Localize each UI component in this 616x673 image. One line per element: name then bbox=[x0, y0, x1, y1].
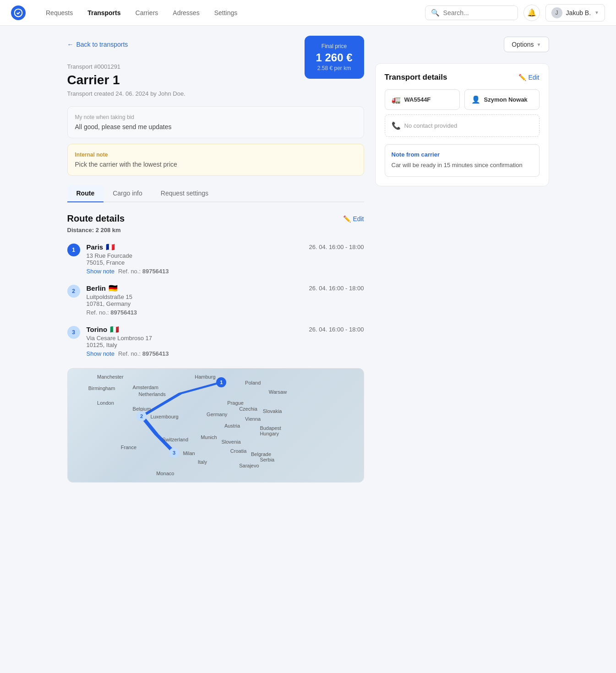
map-label: Milan bbox=[183, 450, 195, 456]
map-label: Prague bbox=[227, 400, 243, 406]
avatar: J bbox=[551, 7, 562, 18]
driver-card: 👤 Szymon Nowak bbox=[464, 89, 540, 110]
detail-cards: 🚛 WA5544F 👤 Szymon Nowak bbox=[385, 89, 540, 110]
stop-info-1: Paris 🇫🇷13 Rue Fourcade75015, FranceShow… bbox=[87, 243, 303, 275]
stop-time-3: 26. 04. 16:00 - 18:00 bbox=[309, 326, 364, 333]
tabs: RouteCargo infoRequest settings bbox=[67, 185, 364, 202]
stop-time-1: 26. 04. 16:00 - 18:00 bbox=[309, 244, 364, 250]
stop-city-3: Torino 🇮🇹 bbox=[87, 325, 303, 334]
left-panel: Final price 1 260 € 2.58 € per km Transp… bbox=[67, 63, 364, 483]
final-price-value: 1 260 € bbox=[314, 51, 355, 64]
options-label: Options bbox=[512, 41, 534, 48]
my-note-box: My note when taking bid All good, please… bbox=[67, 106, 364, 138]
map-label: Slovakia bbox=[263, 408, 282, 414]
stop-ref-2: Ref. no.: 89756413 bbox=[87, 309, 303, 316]
navbar-right: 🔍 🔔 J Jakub B. ▼ bbox=[425, 4, 605, 22]
route-details-title: Route details bbox=[67, 213, 125, 224]
carrier-note-text: Car will be ready in 15 minutes since co… bbox=[392, 161, 533, 170]
route-edit-link[interactable]: ✏️ Edit bbox=[343, 215, 364, 223]
user-menu[interactable]: J Jakub B. ▼ bbox=[545, 4, 605, 22]
city-name: Berlin bbox=[87, 284, 106, 292]
map-label: Switzerland bbox=[162, 437, 188, 442]
no-contact-text: No contact provided bbox=[404, 122, 458, 129]
stop-number-2: 2 bbox=[67, 285, 80, 298]
map-label: Hamburg bbox=[195, 374, 215, 380]
final-price-box: Final price 1 260 € 2.58 € per km bbox=[305, 36, 364, 79]
nav-link-settings[interactable]: Settings bbox=[209, 5, 243, 20]
stop-country-2: 10781, Germany bbox=[87, 300, 303, 307]
show-note-link-1[interactable]: Show note bbox=[87, 268, 114, 275]
map-label: Luxembourg bbox=[150, 414, 178, 419]
transport-details-header: Transport details ✏️ Edit bbox=[385, 73, 540, 82]
city-flag: 🇩🇪 bbox=[109, 284, 118, 293]
app-logo bbox=[11, 5, 26, 20]
bell-icon: 🔔 bbox=[527, 8, 536, 17]
nav-link-carriers[interactable]: Carriers bbox=[130, 5, 164, 20]
stops-list: 1Paris 🇫🇷13 Rue Fourcade75015, FranceSho… bbox=[67, 243, 364, 357]
stop-item-1: 1Paris 🇫🇷13 Rue Fourcade75015, FranceSho… bbox=[67, 243, 364, 275]
map-label: Austria bbox=[224, 423, 240, 429]
tab-request-settings[interactable]: Request settings bbox=[152, 185, 218, 202]
carrier-note-box: Note from carrier Car will be ready in 1… bbox=[385, 144, 540, 177]
tab-cargo-info[interactable]: Cargo info bbox=[104, 185, 152, 202]
tab-route[interactable]: Route bbox=[67, 185, 104, 202]
map-label: Monaco bbox=[156, 471, 174, 476]
nav-link-requests[interactable]: Requests bbox=[40, 5, 78, 20]
stop-info-3: Torino 🇮🇹Via Cesare Lombroso 1710125, It… bbox=[87, 325, 303, 357]
stop-ref-3: Show noteRef. no.: 89756413 bbox=[87, 350, 303, 357]
nav-link-adresses[interactable]: Adresses bbox=[167, 5, 205, 20]
stop-city-2: Berlin 🇩🇪 bbox=[87, 284, 303, 293]
city-name: Torino bbox=[87, 326, 108, 333]
plate-card: 🚛 WA5544F bbox=[385, 89, 460, 110]
internal-note-box: Internal note Pick the carrier with the … bbox=[67, 144, 364, 176]
ref-value-1: 89756413 bbox=[142, 268, 169, 275]
map-label: Serbia bbox=[260, 457, 274, 462]
final-price-label: Final price bbox=[314, 43, 355, 49]
transport-meta: Transport created 24. 06. 2024 by John D… bbox=[67, 90, 364, 97]
map-label: Croatia bbox=[230, 448, 246, 454]
truck-icon: 🚛 bbox=[392, 95, 401, 104]
map-container: ManchesterBirminghamLondonNetherlandsAms… bbox=[67, 368, 364, 483]
options-button[interactable]: Options ▼ bbox=[504, 37, 549, 52]
chevron-down-icon: ▼ bbox=[537, 42, 541, 47]
map-label: Poland bbox=[245, 380, 261, 385]
svg-point-0 bbox=[15, 9, 22, 16]
edit-label: Edit bbox=[353, 215, 364, 223]
search-input[interactable] bbox=[443, 9, 512, 16]
navbar: RequestsTransportsCarriersAdressesSettin… bbox=[0, 0, 616, 26]
transport-edit-label: Edit bbox=[528, 74, 539, 81]
map-pin-2: 2 bbox=[136, 411, 147, 421]
final-price-per-km: 2.58 € per km bbox=[314, 65, 355, 71]
ref-label-2: Ref. no.: bbox=[87, 309, 111, 316]
map-label: Czechia bbox=[239, 406, 257, 412]
map-label: Belgium bbox=[133, 406, 151, 412]
main-grid: Final price 1 260 € 2.58 € per km Transp… bbox=[67, 63, 549, 483]
internal-note-label: Internal note bbox=[75, 152, 356, 158]
map-label: Netherlands bbox=[139, 391, 166, 397]
back-to-transports[interactable]: ← Back to transports bbox=[67, 41, 128, 48]
search-icon: 🔍 bbox=[431, 9, 440, 17]
phone-icon: 📞 bbox=[392, 121, 401, 130]
route-distance: Distance: 2 208 km bbox=[67, 227, 364, 233]
map-bg: ManchesterBirminghamLondonNetherlandsAms… bbox=[68, 369, 364, 482]
user-name: Jakub B. bbox=[566, 9, 591, 16]
map-label: Belgrade bbox=[251, 451, 271, 457]
transport-header: Final price 1 260 € 2.58 € per km Transp… bbox=[67, 63, 364, 106]
map-label: Birmingham bbox=[88, 385, 115, 391]
stop-item-2: 2Berlin 🇩🇪Luitpoldstraße 1510781, German… bbox=[67, 284, 364, 316]
search-box[interactable]: 🔍 bbox=[425, 5, 518, 20]
map-label: Munich bbox=[201, 434, 217, 440]
my-note-text: All good, please send me updates bbox=[75, 123, 356, 130]
stop-address-3: Via Cesare Lombroso 17 bbox=[87, 335, 303, 342]
show-note-link-3[interactable]: Show note bbox=[87, 350, 114, 357]
page-content: ← Back to transports Options ▼ Final pri… bbox=[56, 26, 560, 494]
carrier-note-label: Note from carrier bbox=[392, 151, 533, 158]
map-label: Hungary bbox=[260, 431, 279, 436]
notification-bell[interactable]: 🔔 bbox=[523, 5, 540, 21]
city-name: Paris bbox=[87, 243, 104, 251]
nav-link-transports[interactable]: Transports bbox=[82, 5, 126, 20]
transport-details-title: Transport details bbox=[385, 73, 447, 82]
transport-edit-link[interactable]: ✏️ Edit bbox=[518, 74, 539, 81]
internal-note-text: Pick the carrier with the lowest price bbox=[75, 161, 356, 168]
stop-time-2: 26. 04. 16:00 - 18:00 bbox=[309, 285, 364, 292]
